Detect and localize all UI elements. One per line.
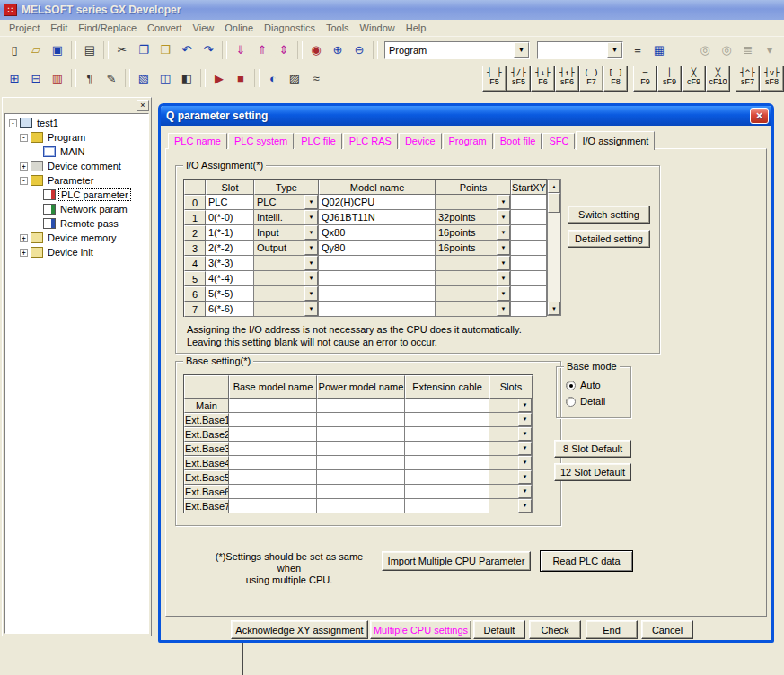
slots-cell[interactable]: ▼ (489, 427, 533, 442)
copy-icon[interactable]: ❐ (133, 40, 154, 60)
tab-plc-system[interactable]: PLC system (228, 133, 294, 149)
dropdown-arrow-icon[interactable]: ▼ (497, 271, 510, 285)
base-model-cell[interactable] (229, 499, 317, 513)
slot-cell[interactable]: 4(*-4) (206, 271, 254, 286)
chevron-down-icon[interactable]: ▼ (514, 42, 529, 58)
collapse-icon[interactable]: - (20, 134, 28, 142)
model-name-cell[interactable]: Qx80 (319, 225, 436, 241)
monitor-start-icon[interactable]: ▶ (208, 68, 230, 88)
menu-view[interactable]: View (193, 21, 222, 35)
end-button[interactable]: End (586, 620, 638, 639)
scrollbar-thumb[interactable] (548, 193, 560, 213)
scroll-up-icon[interactable]: ▲ (548, 180, 560, 193)
points-cell[interactable]: ▼ (436, 195, 511, 210)
base-model-cell[interactable] (229, 427, 317, 442)
dropdown-arrow-icon[interactable]: ▼ (518, 442, 532, 455)
power-model-cell[interactable] (317, 427, 405, 442)
dialog-titlebar[interactable]: Q parameter setting × (161, 106, 771, 126)
coil-f7-button[interactable]: ( )F7 (579, 66, 603, 92)
type-cell[interactable]: Intelli.▼ (254, 210, 319, 225)
ladder-view-icon[interactable]: ⊞ (4, 68, 25, 88)
menu-find-replace[interactable]: Find/Replace (78, 21, 144, 35)
menu-diagnostics[interactable]: Diagnostics (264, 21, 322, 35)
dropdown-arrow-icon[interactable]: ▼ (518, 485, 532, 498)
slots-cell[interactable]: ▼ (489, 399, 533, 413)
startxy-cell[interactable] (511, 271, 547, 286)
extension-cable-cell[interactable] (405, 499, 489, 513)
dropdown-arrow-icon[interactable]: ▼ (518, 413, 532, 426)
slot-cell[interactable]: 5(*-5) (206, 286, 254, 302)
model-name-cell[interactable]: Q02(H)CPU (319, 195, 436, 210)
power-model-cell[interactable] (317, 456, 405, 470)
power-model-cell[interactable] (317, 413, 405, 427)
dropdown-arrow-icon[interactable]: ▼ (518, 427, 532, 441)
points-cell[interactable]: 16points▼ (436, 241, 511, 256)
type-cell[interactable]: ▼ (254, 302, 319, 317)
base-model-cell[interactable] (229, 399, 317, 413)
dropdown-arrow-icon[interactable]: ▼ (497, 256, 510, 270)
model-name-cell[interactable] (319, 256, 436, 271)
scroll-down-icon[interactable]: ▼ (548, 302, 560, 315)
dropdown-arrow-icon[interactable]: ▼ (304, 225, 318, 240)
zoom-in-icon[interactable]: ⊕ (327, 40, 348, 60)
read-plc-data-button[interactable]: Read PLC data (540, 550, 633, 572)
tree-item-main[interactable]: MAIN (7, 145, 148, 159)
verify-with-plc-icon[interactable]: ⇕ (273, 40, 295, 60)
slot-default-8-button[interactable]: 8 Slot Default (554, 440, 631, 458)
base-model-cell[interactable] (229, 470, 317, 485)
dropdown-arrow-icon[interactable]: ▼ (497, 195, 510, 209)
cut-icon[interactable]: ✂ (111, 40, 133, 60)
slot-cell[interactable]: 1(*-1) (206, 225, 254, 241)
find-icon[interactable]: ◎ (694, 40, 716, 60)
slots-cell[interactable]: ▼ (489, 499, 533, 513)
base-model-cell[interactable] (229, 442, 317, 456)
tab-device[interactable]: Device (399, 133, 442, 149)
slots-cell[interactable]: ▼ (489, 456, 533, 470)
type-cell[interactable]: ▼ (254, 256, 319, 271)
base-mode-auto-option[interactable]: Auto (566, 380, 601, 390)
type-cell[interactable]: PLC▼ (254, 195, 319, 210)
points-cell[interactable]: ▼ (436, 302, 511, 317)
startxy-cell[interactable] (511, 210, 547, 225)
tree-item-device-comment[interactable]: + Device comment (7, 159, 148, 173)
parameter-view-icon[interactable]: ≡ (627, 40, 648, 60)
menu-window[interactable]: Window (360, 21, 402, 35)
startxy-cell[interactable] (511, 195, 547, 210)
check-button[interactable]: Check (529, 620, 581, 639)
dropdown-arrow-icon[interactable]: ▼ (304, 195, 318, 209)
dropdown-arrow-icon[interactable]: ▼ (304, 241, 318, 255)
acknowledge-xy-assignment-button[interactable]: Acknowledge XY assignment (231, 620, 368, 639)
tree-item-project-root[interactable]: - test1 (7, 116, 148, 130)
model-name-cell[interactable] (319, 286, 436, 302)
tab-plc-ras[interactable]: PLC RAS (343, 133, 398, 149)
sfc-view-icon[interactable]: ◫ (154, 68, 176, 88)
slot-cell[interactable]: PLC (206, 195, 254, 210)
check-program-icon[interactable]: ≈ (305, 68, 327, 88)
slots-cell[interactable]: ▼ (489, 485, 533, 499)
dropdown-arrow-icon[interactable]: ▼ (304, 286, 318, 301)
slot-cell[interactable]: 3(*-3) (206, 256, 254, 271)
dropdown-arrow-icon[interactable]: ▼ (497, 225, 510, 240)
start-monitor-icon[interactable]: ◉ (305, 40, 327, 60)
tab-plc-file[interactable]: PLC file (295, 133, 342, 149)
switch-setting-button[interactable]: Switch setting (568, 206, 650, 224)
tree-item-remote-pass[interactable]: Remote pass (7, 216, 148, 231)
application-instruction-f8-button[interactable]: [ ]F8 (603, 66, 628, 92)
default-button[interactable]: Default (473, 620, 525, 639)
horizontal-line-f9-button[interactable]: ─F9 (633, 66, 657, 92)
zoom-out-icon[interactable]: ⊖ (348, 40, 370, 60)
base-model-cell[interactable] (229, 456, 317, 470)
dropdown-arrow-icon[interactable]: ▼ (497, 241, 510, 255)
cancel-button[interactable]: Cancel (641, 620, 693, 639)
slots-cell[interactable]: ▼ (489, 470, 533, 485)
power-model-cell[interactable] (317, 485, 405, 499)
secondary-combobox[interactable]: ▼ (537, 41, 623, 59)
power-model-cell[interactable] (317, 442, 405, 456)
extension-cable-cell[interactable] (405, 456, 489, 470)
paste-icon[interactable]: ❒ (154, 40, 176, 60)
online-edit-icon[interactable]: ◐ (262, 68, 284, 88)
expand-icon[interactable]: + (20, 162, 28, 171)
trace-icon[interactable]: ▨ (284, 68, 305, 88)
type-cell[interactable]: ▼ (254, 286, 319, 302)
tab-boot-file[interactable]: Boot file (494, 133, 542, 149)
